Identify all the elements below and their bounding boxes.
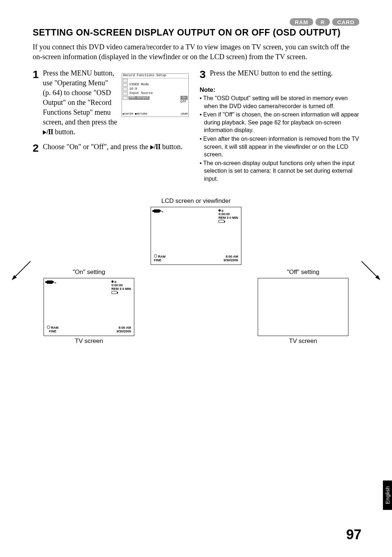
osd-time: 0:00:00 [219,212,230,216]
step-number-1: 1 [33,68,43,137]
osd-rem: REM 3 0 MIN [111,287,131,291]
svg-line-0 [14,261,30,278]
step-number-2: 2 [33,142,43,153]
menu-option-on: On [180,96,188,100]
osd-time: 0:00:00 [111,283,123,287]
note-heading: Note: [200,86,359,94]
osd-clock: 8:00 AM [226,255,238,258]
menu-icon [123,79,128,82]
menu-enter: ▶ENTER [123,112,133,116]
note-item: The "OSD Output" setting will be stored … [200,94,359,110]
section-title: SETTING ON-SCREEN DISPLAY OUTPUT ON OR O… [33,27,359,38]
osd-rem: REM 3 0 MIN [219,216,238,220]
lcd-screen: ⇢ II 0:00:00 REM 3 0 MIN RAM FINE 8:00 A… [151,207,241,265]
osd-ram: RAM [51,326,59,329]
menu-icon [123,92,128,95]
pause-icon: II [222,209,224,213]
tv-caption: TV screen [247,337,359,345]
osd-date: 9/30/2005 [224,258,238,262]
lcd-caption: LCD screen or viewfinder [33,197,359,205]
menu-icon [123,96,128,100]
battery-icon [219,220,224,223]
disc-icon [154,254,157,258]
osd-clock: 8:00 AM [119,326,131,329]
step-3-text: Press the MENU button to end the setting… [210,68,359,80]
play-pause-icon: /II [150,142,160,152]
language-tab: English [383,480,392,510]
note-item: Even after the on-screen information is … [200,135,359,159]
intro-paragraph: If you connect this DVD video camera/rec… [33,42,359,62]
svg-line-2 [362,261,378,278]
badge-card: CARD [332,18,359,26]
osd-date: 9/30/2005 [117,329,131,333]
osd-ram: RAM [158,255,166,258]
note-list: The "OSD Output" setting will be stored … [200,94,359,183]
menu-item: Input Source [128,92,153,95]
menu-option-off: Off [180,101,186,104]
osd-fine: FINE [49,329,57,333]
menu-return: ■RETURN [135,112,147,116]
manual-page: RAM R CARD SETTING ON-SCREEN DISPLAY OUT… [0,0,392,557]
menu-ram: ◯RAM [181,112,188,116]
on-setting-label: "On" setting [33,269,145,276]
menu-item: VIDEO Mode [128,83,149,87]
badge-r: R [315,18,330,26]
menu-icon [123,87,128,91]
battery-icon [111,291,117,294]
camera-icon [154,209,160,213]
rec-dot-icon [111,280,114,283]
menu-item: 16:9 [128,87,137,91]
off-setting-label: "Off" setting [247,269,359,276]
note-item: Even if "Off" is chosen, the on-screen i… [200,111,359,134]
pause-icon: II [115,280,117,284]
arrow-right-icon [358,258,383,283]
tv-caption: TV screen [33,337,145,345]
badge-ram: RAM [290,18,313,26]
menu-icon [123,83,128,87]
step-2-text: Choose "On" or "Off", and press the /II … [43,142,189,153]
note-item: The on-screen display output functions o… [200,159,359,183]
camera-icon [47,280,53,284]
osd-fine: FINE [154,258,162,262]
arrow-left-icon [9,258,34,283]
media-badges: RAM R CARD [33,18,359,26]
tv-screen-off [258,278,348,336]
menu-item-selected: OSD Output [128,96,150,100]
tv-screen-on: ⇢ II 0:00:00 REM 3 0 MIN RAM FINE 8:00 A… [44,278,134,336]
rec-dot-icon [219,209,221,212]
step-number-3: 3 [200,68,210,80]
menu-screenshot: Record Functions Setup VIDEO Mode 16:9 I… [122,73,189,117]
disc-icon [47,325,50,329]
menu-title: Record Functions Setup [123,74,166,77]
osd-diagram: LCD screen or viewfinder ⇢ II 0:00:00 RE… [33,197,359,345]
step-1-text: Press the MENU button, use "Operating Me… [43,68,117,137]
play-pause-icon: /II [43,127,53,137]
page-number: 97 [346,527,362,542]
